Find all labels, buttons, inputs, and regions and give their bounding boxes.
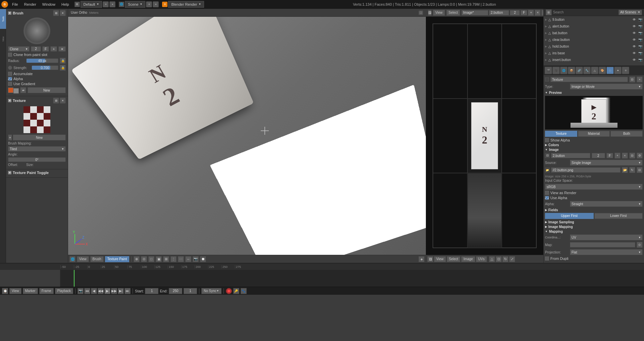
outliner-render-bat[interactable]: 📷 (638, 31, 643, 35)
tl-screenshot-btn[interactable]: 📷 (78, 288, 84, 294)
uv-mode-1[interactable]: △ (489, 256, 495, 262)
prop-tab-texture[interactable]: □ (606, 67, 614, 74)
vp-icon-3[interactable]: □ (148, 256, 154, 262)
uv-image-select[interactable]: Image* (461, 10, 488, 15)
uv-view-btn[interactable]: View (433, 10, 445, 16)
image-section-title[interactable]: ▼ Image (545, 148, 643, 152)
prop-tab-scene[interactable]: 🎥 (552, 67, 560, 74)
uv-image2-dropdown[interactable]: Image (461, 256, 475, 262)
timeline-main-area[interactable] (60, 270, 644, 287)
keying-btn[interactable]: 🔑 (233, 288, 239, 294)
outliner-eye-alert[interactable]: 👁 (632, 24, 637, 28)
outliner-render-alert[interactable]: 📷 (638, 24, 643, 28)
texture-tab-texture[interactable]: Texture (545, 131, 577, 137)
image-settings-btn[interactable]: ⚙ (637, 153, 643, 159)
no-sync-dropdown[interactable]: No Sync▼ (201, 288, 221, 294)
viewport-maximize-btn[interactable]: □ (418, 10, 423, 15)
uv-image-name[interactable]: 2.button (489, 10, 509, 15)
filepath-options-btn[interactable]: ⊟ (637, 167, 643, 173)
image-num-input[interactable]: 2 (592, 153, 605, 158)
projection-dropdown[interactable]: Flat▼ (570, 249, 643, 255)
use-gradient-checkbox[interactable] (8, 82, 12, 86)
use-alpha-checkbox[interactable]: ✓ (545, 196, 549, 200)
outliner-eye-9[interactable]: 👁 (632, 18, 637, 21)
vp-icon-8[interactable]: ↔ (185, 256, 191, 262)
brush-options-btn[interactable]: ⊟ (53, 10, 59, 16)
type-dropdown[interactable]: Image or Movie▼ (570, 83, 643, 90)
marker-menu-tl[interactable]: Marker (23, 288, 38, 294)
show-alpha-checkbox[interactable] (545, 138, 549, 142)
frame-menu-tl[interactable]: Frame (39, 288, 54, 294)
outliner-editor-type[interactable]: ⊞ (546, 9, 552, 15)
outliner-render-ins-base[interactable]: 📷 (638, 51, 643, 55)
angle-slider[interactable]: 0° (8, 157, 66, 162)
viewport-render-icon[interactable]: ◈ (418, 256, 425, 262)
playback-menu-tl[interactable]: Playback (55, 288, 73, 294)
jump-start-btn[interactable]: ⏮ (84, 288, 90, 294)
map-input[interactable] (570, 242, 635, 247)
image-more-btn[interactable]: ⊟ (629, 153, 635, 159)
brush-close-btn[interactable]: × (60, 10, 66, 16)
outliner-eye-bat[interactable]: 👁 (632, 31, 637, 35)
scene-close-btn[interactable]: × (153, 1, 159, 7)
from-dupli-checkbox[interactable] (545, 257, 549, 261)
texture-options-btn[interactable]: ⊟ (53, 98, 59, 104)
end-frame-input[interactable]: 250 (169, 288, 182, 294)
map-icon[interactable]: ⊙ (637, 242, 643, 248)
prop-tab-constraints[interactable]: 🔗 (576, 67, 583, 74)
accumulate-checkbox[interactable] (8, 72, 12, 76)
lower-first-btn[interactable]: Lower First (594, 213, 643, 219)
image-sampling-title[interactable]: ▶ Image Sampling (545, 220, 643, 224)
radius-slider[interactable]: 49 px (26, 58, 58, 63)
texture-paint-mode-btn[interactable]: Texture Paint (105, 256, 129, 262)
texture-panel-close-btn[interactable]: × (637, 76, 643, 82)
uv-canvas[interactable]: N 2 (426, 17, 543, 255)
outliner-item-clear[interactable]: ▶ △ clear.button 👁 📷 (544, 36, 644, 43)
texture-collapse[interactable]: ▼ (8, 99, 11, 102)
texture-new-btn[interactable]: New (13, 134, 66, 140)
texture-tab-both[interactable]: Both (610, 131, 643, 137)
uv-editor-type2-btn[interactable]: 🖼 (427, 256, 433, 262)
vp-icon-7[interactable]: ⋯ (178, 256, 184, 262)
jump-end-btn[interactable]: ⏭ (125, 288, 131, 294)
texture-close-btn[interactable]: × (60, 98, 66, 104)
outliner-render-hold[interactable]: 📷 (638, 45, 643, 48)
uv-view2-btn[interactable]: View (434, 256, 446, 262)
outliner-item-alert[interactable]: ▶ △ alert.button 👁 📷 (544, 23, 644, 30)
uv-mode-4[interactable]: ⤢ (509, 256, 515, 262)
prop-tab-render[interactable]: 🎬 (545, 67, 552, 74)
outliner-eye-insert[interactable]: 👁 (632, 58, 637, 62)
outliner-expand-insert[interactable]: ▶ (545, 58, 547, 61)
new-brush-btn[interactable]: New (28, 87, 66, 93)
texture-paint-toggle-collapse[interactable]: ▼ (8, 171, 11, 174)
srgb-dropdown[interactable]: sRGB▼ (545, 184, 643, 190)
outliner-expand-9[interactable]: ▶ (545, 18, 547, 21)
outliner-expand-alert[interactable]: ▶ (545, 25, 547, 28)
vtab-tools[interactable]: Tools (0, 9, 6, 29)
image-add-btn[interactable]: + (614, 153, 621, 159)
image-mapping-title[interactable]: ▶ Image Mapping (545, 225, 643, 229)
outliner-eye-hold[interactable]: 👁 (632, 45, 637, 48)
menu-help[interactable]: Help (59, 2, 71, 7)
layout-close-btn[interactable]: × (109, 1, 115, 7)
alpha-checkbox[interactable]: ✓ (8, 77, 12, 81)
brush-num-input[interactable]: 2 (31, 46, 41, 52)
texture-add-btn[interactable]: + (8, 134, 12, 140)
menu-render[interactable]: Render (22, 2, 38, 7)
timeline-extra-btn[interactable]: 🐾 (241, 288, 247, 294)
radius-lock-btn[interactable]: 🔒 (60, 58, 66, 64)
colors-section-title[interactable]: ▶ Colors (545, 143, 643, 147)
vp-icon-5[interactable]: ⊞ (163, 256, 169, 262)
filepath-browse-btn[interactable]: 📂 (622, 167, 628, 173)
filepath-reload-btn[interactable]: ↻ (629, 167, 635, 173)
uv-uvs-btn[interactable]: UVs (476, 256, 487, 262)
outliner-expand-hold[interactable]: ▶ (545, 45, 547, 48)
brush-name-dropdown[interactable]: Clone▼ (8, 46, 30, 52)
prop-tab-material[interactable]: 🎨 (599, 67, 606, 74)
swap-colors-btn[interactable]: ⇄ (20, 87, 26, 93)
outliner-eye-ins-base[interactable]: 👁 (632, 51, 637, 55)
mapping-section-title[interactable]: ▼ Mapping (545, 230, 643, 233)
coord-dropdown[interactable]: UV▼ (570, 234, 643, 240)
outliner-expand-ins-base[interactable]: ▶ (545, 52, 547, 55)
step-back-btn[interactable]: ◀ (91, 288, 97, 294)
